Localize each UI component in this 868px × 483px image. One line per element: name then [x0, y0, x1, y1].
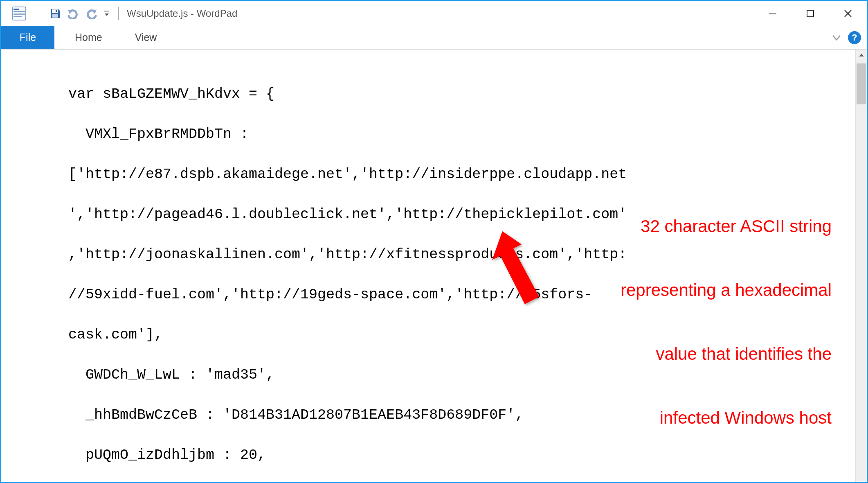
- vertical-scrollbar[interactable]: [855, 50, 867, 482]
- collapse-ribbon-button[interactable]: [828, 29, 845, 46]
- close-button[interactable]: [829, 1, 867, 26]
- svg-rect-3: [13, 13, 25, 14]
- scroll-up-button[interactable]: [856, 50, 867, 61]
- tab-home[interactable]: Home: [58, 26, 119, 49]
- svg-rect-10: [769, 14, 776, 14]
- title-bar: WsuUpdate.js - WordPad: [1, 1, 867, 26]
- wordpad-app-icon: [10, 5, 28, 23]
- ribbon-right-controls: ?: [828, 26, 864, 50]
- svg-rect-9: [104, 11, 109, 11]
- qat-customize-dropdown[interactable]: [102, 5, 112, 23]
- annotation-line: infected Windows host: [621, 407, 832, 429]
- save-button[interactable]: [46, 5, 64, 23]
- window-controls: [754, 1, 867, 26]
- annotation-line: 32 character ASCII string: [621, 216, 832, 237]
- redo-button[interactable]: [82, 5, 100, 23]
- tab-file[interactable]: File: [1, 26, 54, 49]
- annotation-text: 32 character ASCII string representing a…: [621, 173, 832, 471]
- quick-access-toolbar: [46, 5, 112, 23]
- annotation-line: value that identifies the: [621, 343, 832, 365]
- scroll-thumb[interactable]: [857, 63, 866, 104]
- svg-rect-5: [13, 16, 22, 17]
- annotation-line: representing a hexadecimal: [621, 280, 832, 301]
- svg-rect-11: [807, 10, 814, 17]
- separator: [118, 7, 119, 20]
- maximize-button[interactable]: [792, 1, 829, 26]
- ribbon-tabs: File Home View ?: [1, 26, 867, 50]
- svg-rect-7: [52, 14, 58, 18]
- document-content[interactable]: var sBaLGZEMWV_hKdvx = { VMXl_FpxBrRMDDb…: [1, 50, 855, 482]
- svg-rect-8: [56, 10, 57, 12]
- svg-rect-1: [13, 9, 19, 10]
- code-line: var sBaLGZEMWV_hKdvx = {: [68, 84, 855, 104]
- undo-button[interactable]: [64, 5, 82, 23]
- help-button[interactable]: ?: [848, 31, 861, 44]
- document-area: var sBaLGZEMWV_hKdvx = { VMXl_FpxBrRMDDb…: [1, 50, 867, 482]
- minimize-button[interactable]: [754, 1, 792, 26]
- tab-view[interactable]: View: [119, 26, 173, 49]
- code-line: VMXl_FpxBrRMDDbTn :: [68, 124, 855, 144]
- svg-rect-2: [13, 11, 25, 12]
- svg-rect-4: [13, 14, 25, 15]
- window-title: WsuUpdate.js - WordPad: [127, 8, 237, 19]
